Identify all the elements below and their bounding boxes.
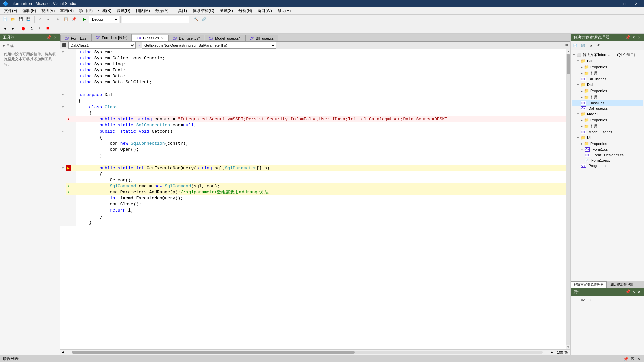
save-all-btn[interactable]: 💾+ — [25, 16, 33, 23]
step-in-btn[interactable]: ↓ — [36, 25, 43, 33]
menu-view[interactable]: 视图(V) — [39, 7, 57, 14]
menu-analyze[interactable]: 分析(N) — [236, 7, 255, 14]
menu-debug[interactable]: 调试(D) — [114, 7, 133, 14]
menu-project[interactable]: 项目(P) — [76, 7, 95, 14]
props-sort-category-btn[interactable]: ⊞ — [571, 296, 579, 304]
menu-help[interactable]: 帮助(H) — [275, 7, 294, 14]
menu-tools[interactable]: 工具(T) — [171, 7, 190, 14]
undo-btn[interactable]: ↩ — [36, 16, 43, 23]
tree-model-refs[interactable]: ▶ 📁 引用 — [572, 123, 643, 129]
breakpoint-btn[interactable]: ⬤ — [20, 25, 27, 33]
code-content[interactable]: ▼ using System; using System.Collections… — [60, 49, 566, 349]
menu-build[interactable]: 生成(B) — [95, 7, 114, 14]
tab-solution-explorer[interactable]: 解决方案资源管理器 — [571, 281, 607, 288]
tab-dal-user[interactable]: C# Dal_user.cs* — [168, 35, 204, 41]
minimize-button[interactable]: ─ — [608, 0, 619, 7]
collapse-icon-20[interactable]: ▼ — [62, 167, 64, 170]
scroll-left-btn[interactable]: ◀ — [60, 350, 65, 354]
properties-header[interactable]: 属性 📌 ⇱ ✕ — [571, 288, 644, 296]
solution-explorer-close-btn[interactable]: ✕ — [637, 35, 641, 40]
menu-refactor[interactable]: 重构(R) — [57, 7, 76, 14]
scroll-track[interactable] — [566, 54, 571, 345]
close-button[interactable]: ✕ — [631, 0, 641, 7]
tab-class1cs[interactable]: C# Class1.cs ✕ — [132, 35, 168, 41]
h-scroll-track[interactable] — [72, 351, 543, 354]
tree-bll-props[interactable]: ▶ 📁 Properties — [572, 64, 643, 70]
se-show-files-btn[interactable]: 📄 — [571, 42, 579, 49]
props-sort-alpha-btn[interactable]: Az — [579, 296, 587, 304]
tree-model[interactable]: ▼ 📁 Model — [572, 111, 643, 117]
toolbox-section-title[interactable]: ▼ 常规 — [1, 43, 59, 49]
error-expand-btn[interactable]: ⇱ — [630, 357, 635, 361]
tab-model-user[interactable]: C# Model_user.cs* — [205, 35, 245, 41]
method-dropdown[interactable]: GetExecuteNonQuery(string sql, SqlParame… — [142, 42, 276, 49]
copy-btn[interactable]: 📋 — [62, 16, 70, 23]
tree-dal-refs[interactable]: ▶ 📁 引用 — [572, 94, 643, 100]
collapse-icon-14[interactable]: ▼ — [62, 130, 64, 133]
build-btn[interactable]: 🔨 — [192, 16, 200, 23]
menu-window[interactable]: 窗口(W) — [255, 7, 274, 14]
toolbox-pin-btn[interactable]: 📌 — [45, 35, 52, 40]
tab-form1cs-design[interactable]: C# Form1.cs [设计] — [91, 34, 132, 41]
code-editor[interactable]: ▼ using System; using System.Collections… — [60, 49, 570, 349]
new-project-btn[interactable]: 📄 — [1, 16, 9, 23]
tree-dal-props[interactable]: ▶ 📁 Properties — [572, 88, 643, 94]
attach-btn[interactable]: 🔗 — [200, 16, 208, 23]
solution-explorer-header[interactable]: 解决方案资源管理器 📌 ⇱ ✕ — [571, 34, 644, 41]
menu-team[interactable]: 团队(M) — [133, 7, 153, 14]
paste-btn[interactable]: 📌 — [70, 16, 78, 23]
tab-form1cs[interactable]: C# Form1.cs — [60, 35, 91, 41]
tree-ui-form1-designer[interactable]: C# Form1.Designer.cs — [572, 152, 643, 158]
h-scroll-thumb[interactable] — [72, 351, 355, 354]
tree-ui[interactable]: ▼ 📁 Ui — [572, 135, 643, 141]
collapse-icon-10[interactable]: ▼ — [62, 106, 64, 109]
expand-editor-btn[interactable]: ⊞ — [563, 42, 570, 49]
collapse-icon-1[interactable]: ▼ — [62, 51, 64, 54]
tab-team-explorer[interactable]: 团队资源管理器 — [607, 281, 636, 288]
solution-explorer-pin-btn[interactable]: 📌 — [624, 35, 631, 40]
step-over-btn[interactable]: ⤵ — [28, 25, 35, 33]
collapse-icon-8[interactable]: ▼ — [62, 93, 64, 97]
nav-back-btn[interactable]: ◀ — [1, 25, 9, 33]
props-close-btn[interactable]: ✕ — [637, 289, 641, 294]
maximize-button[interactable]: □ — [619, 0, 630, 7]
cut-btn[interactable]: ✂ — [54, 16, 62, 23]
toolbox-close-btn[interactable]: ✕ — [53, 35, 57, 40]
se-refresh-btn[interactable]: 🔄 — [579, 42, 587, 49]
nav-forward-btn[interactable]: ▶ — [9, 25, 17, 33]
search-input[interactable] — [122, 16, 189, 23]
save-btn[interactable]: 💾 — [17, 16, 25, 23]
scroll-down-btn[interactable]: ▼ — [566, 345, 571, 349]
scroll-up-btn[interactable]: ▲ — [566, 49, 571, 54]
props-events-btn[interactable]: ⚡ — [587, 296, 595, 304]
menu-arch[interactable]: 体系结构(C) — [190, 7, 217, 14]
vertical-scrollbar[interactable]: ▲ ▼ — [566, 49, 570, 349]
se-show-all-btn[interactable]: 👁 — [595, 42, 603, 49]
tree-ui-form1-resx[interactable]: 📄 Form1.resx — [572, 158, 643, 163]
error-list-header[interactable]: 错误列表 📌 ⇱ ✕ — [0, 355, 644, 362]
tree-ui-program[interactable]: C# Program.cs — [572, 163, 643, 168]
tree-bil-user[interactable]: C# BIl_user.cs — [572, 76, 643, 82]
debug-config-dropdown[interactable]: Debug Release — [89, 16, 119, 23]
scroll-thumb[interactable] — [567, 54, 570, 74]
props-expand-btn[interactable]: ⇱ — [632, 289, 636, 294]
class-dropdown[interactable]: Dal.Class1 — [68, 42, 136, 49]
toolbox-header[interactable]: 工具箱 📌 ✕ — [0, 34, 60, 41]
error-pin-btn[interactable]: 📌 — [622, 357, 629, 361]
horizontal-scrollbar[interactable]: ◀ ▶ 100 % — [60, 349, 570, 355]
tab-close-class1cs[interactable]: ✕ — [161, 36, 164, 40]
scroll-right-btn[interactable]: ▶ — [549, 350, 554, 354]
redo-btn[interactable]: ↪ — [44, 16, 51, 23]
tree-solution[interactable]: ▼ ⬜ 解决方案'Informartion'(4 个项目) — [572, 52, 643, 58]
tree-bll[interactable]: ▼ 📁 BIl — [572, 58, 643, 64]
error-close-btn[interactable]: ✕ — [636, 357, 641, 361]
tree-model-props[interactable]: ▶ 📁 Properties — [572, 117, 643, 123]
se-properties-btn[interactable]: ⚙ — [587, 42, 595, 49]
solution-explorer-expand-btn[interactable]: ⇱ — [632, 35, 636, 40]
menu-edit[interactable]: 编辑(E) — [20, 7, 39, 14]
menu-data[interactable]: 数据(A) — [153, 7, 171, 14]
tree-ui-form1[interactable]: ▼ C# Form1.cs — [572, 147, 643, 152]
open-btn[interactable]: 📂 — [9, 16, 17, 23]
tree-dal-class1[interactable]: C# Class1.cs — [572, 100, 643, 106]
tab-bil-user[interactable]: C# BIl_user.cs — [245, 35, 278, 41]
